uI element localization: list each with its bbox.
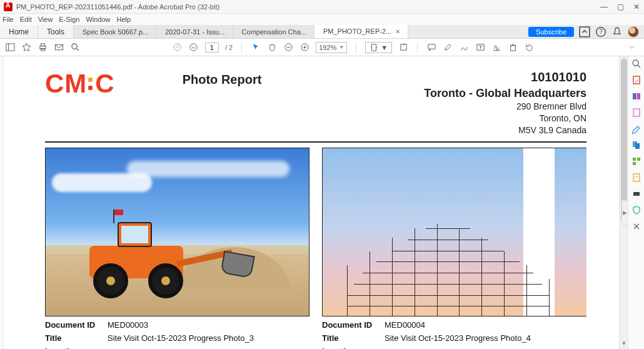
photo-image (322, 148, 586, 316)
svg-rect-20 (428, 44, 435, 49)
photo-card: Document IDMED00003 TitleSite Visit Oct-… (45, 148, 309, 349)
logo-letter: C (95, 69, 113, 99)
page-down-icon[interactable] (189, 43, 199, 53)
svg-rect-35 (635, 143, 640, 149)
avatar[interactable] (628, 26, 639, 38)
svg-rect-41 (633, 192, 640, 196)
rotate-icon[interactable] (398, 43, 408, 53)
fit-width-select[interactable]: ▼ (365, 42, 392, 53)
doctab-2[interactable]: Compensation Cha... (233, 25, 314, 38)
tab-home[interactable]: Home (0, 25, 38, 38)
window-close-button[interactable]: ✕ (633, 3, 640, 11)
svg-rect-30 (633, 76, 640, 84)
svg-rect-33 (633, 109, 640, 116)
tabstrip: Home Tools Spec Book 50667.p... 2020-07-… (0, 25, 644, 39)
menu-file[interactable]: File (3, 16, 14, 23)
toolbar-separator (356, 42, 356, 53)
combine-rail-icon[interactable] (631, 140, 641, 150)
comment-rail-icon[interactable] (631, 124, 641, 134)
highlight-icon[interactable] (443, 43, 453, 53)
report-title: Photo Report (183, 73, 262, 87)
zoom-level-select[interactable]: 192%▼ (316, 42, 347, 53)
logo-letter: M (64, 69, 86, 99)
sign-icon[interactable] (491, 43, 501, 53)
page-number-input[interactable] (205, 43, 219, 53)
svg-rect-25 (510, 46, 515, 51)
tab-tools[interactable]: Tools (38, 25, 74, 38)
compress-rail-icon[interactable] (631, 173, 641, 183)
menu-help[interactable]: Help (117, 16, 131, 23)
meta-label-location: Location (322, 346, 385, 349)
photo-card: Document IDMED00004 TitleSite Visit Oct-… (322, 148, 586, 349)
project-name: Toronto - Global Headquarters (424, 86, 586, 101)
undo-icon[interactable] (524, 43, 534, 53)
edit-pdf-rail-icon[interactable] (631, 91, 641, 101)
redact-rail-icon[interactable] (631, 189, 641, 199)
star-icon[interactable] (21, 43, 31, 53)
page-total: / 2 (225, 44, 233, 51)
svg-point-28 (633, 60, 638, 66)
toolbar-separator (241, 42, 242, 53)
more-tools-rail-icon[interactable] (631, 221, 641, 231)
doctab-label: PM_PHOTO_REP-2... (323, 28, 391, 35)
draw-icon[interactable] (459, 43, 469, 53)
zoom-value: 192% (319, 44, 336, 51)
protect-rail-icon[interactable] (631, 205, 641, 215)
address-line: Toronto, ON (424, 113, 586, 124)
window-minimize-button[interactable]: — (600, 3, 608, 11)
create-pdf-rail-icon[interactable] (631, 108, 641, 118)
scroll-down-arrow-icon[interactable]: ▼ (620, 340, 628, 349)
svg-text:?: ? (599, 28, 603, 35)
meta-value-docid: MED00003 (108, 320, 148, 330)
meta-value-docid: MED00004 (385, 320, 425, 330)
zoom-in-icon[interactable] (299, 43, 309, 53)
menu-window[interactable]: Window (86, 16, 110, 23)
toolbar-overflow-icon[interactable] (626, 43, 636, 53)
menu-esign[interactable]: E-Sign (59, 16, 79, 23)
doctab-label: 2020-07-31 - Issu... (165, 28, 224, 36)
right-rail-collapse-button[interactable]: ▶ (621, 200, 628, 225)
search-rail-icon[interactable] (631, 59, 641, 69)
address-line: 290 Bremner Blvd (424, 101, 586, 113)
zoom-out-icon[interactable] (283, 43, 293, 53)
print-icon[interactable] (38, 43, 48, 53)
page-up-icon[interactable] (173, 43, 183, 53)
doctab-3[interactable]: PM_PHOTO_REP-2...✕ (314, 25, 408, 38)
notifications-icon[interactable] (611, 26, 623, 38)
company-logo: C M C (45, 69, 114, 99)
help-icon[interactable]: ? (595, 26, 606, 38)
meta-label-docid: Document ID (45, 320, 108, 330)
window-title: PM_PHOTO_REP-202311051446.pdf - Adobe Ac… (16, 3, 219, 11)
doctab-1[interactable]: 2020-07-31 - Issu... (156, 25, 233, 38)
project-id: 10101010 (424, 69, 586, 86)
text-annotation-icon[interactable] (475, 43, 485, 53)
email-icon[interactable] (54, 43, 64, 53)
document-viewport[interactable]: C M C Photo Report 10101010 Toronto - Gl… (4, 56, 628, 349)
menu-edit[interactable]: Edit (20, 16, 32, 23)
svg-rect-6 (41, 44, 44, 46)
select-arrow-icon[interactable] (251, 43, 261, 53)
svg-rect-18 (372, 44, 376, 51)
workspace: C M C Photo Report 10101010 Toronto - Gl… (0, 56, 644, 349)
menu-view[interactable]: View (38, 16, 53, 23)
sidebar-toggle-icon[interactable] (5, 43, 15, 53)
doctab-0[interactable]: Spec Book 50667.p... (74, 25, 156, 38)
delete-icon[interactable] (508, 43, 518, 53)
organize-rail-icon[interactable] (631, 156, 641, 166)
subscribe-button[interactable]: Subscribe (528, 27, 574, 37)
hand-pan-icon[interactable] (267, 43, 277, 53)
scroll-thumb[interactable] (621, 59, 627, 221)
svg-rect-38 (633, 162, 636, 165)
meta-label-title: Title (45, 333, 108, 343)
svg-line-10 (76, 48, 79, 51)
close-icon[interactable]: ✕ (395, 28, 400, 35)
find-icon[interactable] (70, 43, 80, 53)
export-pdf-rail-icon[interactable] (631, 75, 641, 85)
comment-icon[interactable] (426, 43, 436, 53)
window-maximize-button[interactable]: ▢ (616, 3, 624, 11)
window-titlebar: PM_PHOTO_REP-202311051446.pdf - Adobe Ac… (0, 0, 644, 14)
collaborate-icon[interactable] (579, 26, 590, 38)
svg-rect-39 (633, 174, 640, 181)
app-icon (4, 3, 13, 11)
meta-value-title: Site Visit Oct-15-2023 Progress Photo_3 (108, 333, 254, 343)
